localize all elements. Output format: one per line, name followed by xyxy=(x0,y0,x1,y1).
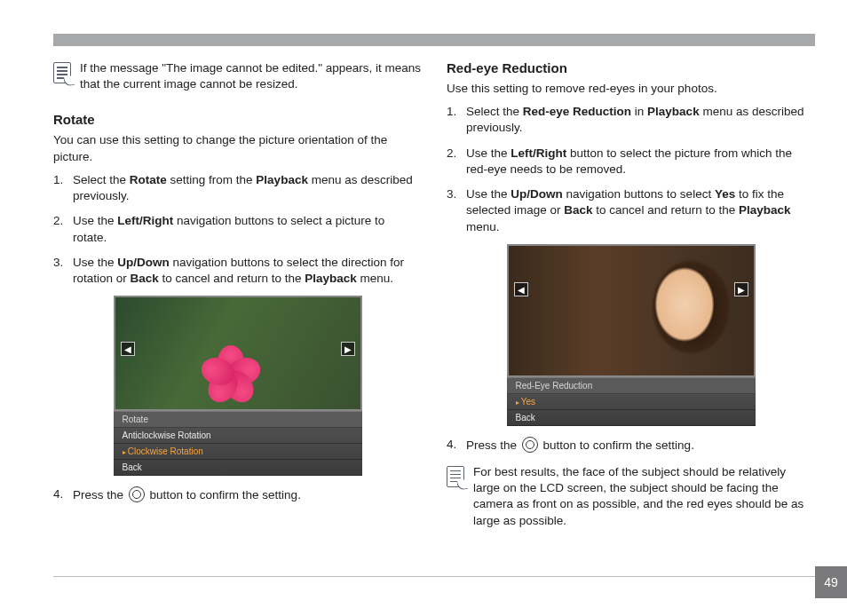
step-text: Select the Red-eye Reduction in Playback… xyxy=(466,104,815,136)
note-box: For best results, the face of the subjec… xyxy=(447,464,815,536)
rotate-heading: Rotate xyxy=(53,112,422,127)
menu-item[interactable]: Anticlockwise Rotation xyxy=(114,428,362,444)
func-ok-icon xyxy=(522,437,538,453)
step-3: 3. Use the Up/Down navigation buttons to… xyxy=(447,186,815,235)
step-text: Use the Up/Down navigation buttons to se… xyxy=(73,255,422,287)
step-4: 4. Press the button to confirm the setti… xyxy=(53,486,422,503)
footer-rule xyxy=(53,576,815,577)
step-2: 2. Use the Left/Right button to select t… xyxy=(447,146,815,178)
redeye-photo: ◀ ▶ xyxy=(507,244,756,377)
redeye-steps: 1. Select the Red-eye Reduction in Playb… xyxy=(447,104,815,235)
rotate-menu: Rotate Anticlockwise Rotation Clockwise … xyxy=(114,411,362,476)
step-1: 1. Select the Rotate setting from the Pl… xyxy=(53,172,422,204)
redeye-intro: Use this setting to remove red-eyes in y… xyxy=(447,81,815,97)
redeye-figure: ◀ ▶ Red-Eye Reduction Yes Back xyxy=(507,244,756,426)
rotate-intro: You can use this setting to change the p… xyxy=(53,132,422,164)
step-2: 2. Use the Left/Right navigation buttons… xyxy=(53,213,422,245)
menu-item-selected[interactable]: Clockwise Rotation xyxy=(114,444,362,460)
nav-left-icon[interactable]: ◀ xyxy=(121,342,135,356)
rotate-photo: ◀ ▶ xyxy=(114,296,362,411)
func-ok-icon xyxy=(129,486,145,502)
right-column: Red-eye Reduction Use this setting to re… xyxy=(447,60,815,549)
menu-header: Rotate xyxy=(114,412,362,428)
redeye-heading: Red-eye Reduction xyxy=(447,60,815,75)
note-box: If the message "The image cannot be edit… xyxy=(53,60,422,99)
redeye-steps-cont: 4. Press the button to confirm the setti… xyxy=(447,437,815,454)
step-num: 4. xyxy=(53,486,67,503)
rotate-steps: 1. Select the Rotate setting from the Pl… xyxy=(53,172,422,287)
step-3: 3. Use the Up/Down navigation buttons to… xyxy=(53,255,422,287)
step-num: 2. xyxy=(53,213,67,245)
note-icon xyxy=(447,466,464,487)
step-text: Select the Rotate setting from the Playb… xyxy=(73,172,422,204)
menu-header: Red-Eye Reduction xyxy=(507,378,756,394)
content-columns: If the message "The image cannot be edit… xyxy=(53,60,815,549)
page-number: 49 xyxy=(815,566,847,598)
rotate-figure: ◀ ▶ Rotate Anticlockwise Rotation Clockw… xyxy=(114,296,362,476)
step-num: 1. xyxy=(53,172,67,204)
redeye-menu: Red-Eye Reduction Yes Back xyxy=(507,377,756,426)
step-text: Use the Left/Right button to select the … xyxy=(466,146,815,178)
menu-item[interactable]: Back xyxy=(507,410,756,426)
face-illustration xyxy=(640,262,729,368)
step-num: 3. xyxy=(53,255,67,287)
step-text: Press the button to confirm the setting. xyxy=(466,437,694,454)
nav-left-icon[interactable]: ◀ xyxy=(514,282,528,296)
note-text: If the message "The image cannot be edit… xyxy=(80,60,422,92)
step-num: 4. xyxy=(447,437,461,454)
flower-illustration xyxy=(200,331,262,393)
step-text: Press the button to confirm the setting. xyxy=(73,486,301,503)
step-num: 2. xyxy=(447,146,461,178)
nav-right-icon[interactable]: ▶ xyxy=(734,282,748,296)
step-4: 4. Press the button to confirm the setti… xyxy=(447,437,815,454)
menu-item-selected[interactable]: Yes xyxy=(507,394,756,410)
step-num: 3. xyxy=(447,186,461,235)
note-text: For best results, the face of the subjec… xyxy=(473,464,815,529)
left-column: If the message "The image cannot be edit… xyxy=(53,60,422,549)
step-1: 1. Select the Red-eye Reduction in Playb… xyxy=(447,104,815,136)
menu-item[interactable]: Back xyxy=(114,460,362,476)
nav-right-icon[interactable]: ▶ xyxy=(341,342,355,356)
step-text: Use the Up/Down navigation buttons to se… xyxy=(466,186,815,235)
step-text: Use the Left/Right navigation buttons to… xyxy=(73,213,422,245)
step-num: 1. xyxy=(447,104,461,136)
rotate-steps-cont: 4. Press the button to confirm the setti… xyxy=(53,486,422,503)
header-bar xyxy=(53,34,815,46)
note-icon xyxy=(53,62,71,83)
